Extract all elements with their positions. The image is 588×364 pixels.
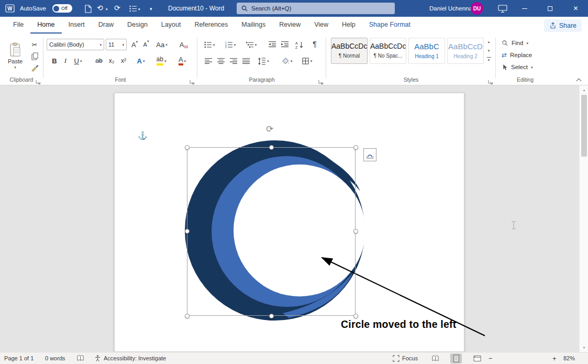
- align-right-icon[interactable]: [228, 56, 239, 66]
- change-case-button[interactable]: Aa▾: [154, 39, 169, 50]
- styles-gallery-more-icon[interactable]: ▾: [485, 56, 493, 63]
- layout-options-button[interactable]: [363, 148, 376, 161]
- avatar[interactable]: DU: [471, 2, 483, 15]
- tab-view[interactable]: View: [307, 17, 335, 34]
- page-indicator[interactable]: Page 1 of 1: [4, 352, 34, 364]
- style-no-spacing[interactable]: AaBbCcDc ¶ No Spac...: [370, 38, 406, 64]
- text-effects-button[interactable]: A▾: [134, 55, 148, 67]
- tab-home[interactable]: Home: [30, 17, 61, 34]
- tab-shape-format[interactable]: Shape Format: [362, 17, 417, 34]
- clipboard-dialog-launcher-icon[interactable]: [35, 78, 41, 83]
- font-name-combo[interactable]: Calibri (Body) ▾: [47, 39, 104, 50]
- read-mode-icon[interactable]: [429, 354, 441, 363]
- selection-handle-right[interactable]: [353, 229, 358, 234]
- word-app-icon[interactable]: W: [5, 3, 15, 14]
- style-normal[interactable]: AaBbCcDc ¶ Normal: [331, 38, 368, 64]
- tab-review[interactable]: Review: [272, 17, 307, 34]
- search-input[interactable]: Search (Alt+Q): [237, 3, 395, 14]
- bullet-list-icon[interactable]: [129, 5, 137, 12]
- redo-icon[interactable]: ⟳: [114, 4, 120, 12]
- undo-dropdown-icon[interactable]: ▾: [106, 7, 108, 11]
- selection-handle-bottom-right[interactable]: [353, 314, 358, 318]
- italic-button[interactable]: I: [61, 55, 70, 67]
- tab-draw[interactable]: Draw: [92, 17, 120, 34]
- multilevel-list-button[interactable]: ▾: [244, 39, 259, 50]
- tab-design[interactable]: Design: [120, 17, 154, 34]
- paste-button[interactable]: Paste ▾: [3, 38, 27, 73]
- select-button[interactable]: Select ▾: [502, 62, 532, 72]
- rotate-handle-icon[interactable]: ⟳: [266, 124, 273, 135]
- undo-icon[interactable]: ⟲: [97, 4, 103, 12]
- autosave-toggle[interactable]: Off: [52, 4, 72, 13]
- maximize-button[interactable]: [538, 0, 561, 17]
- strikethrough-button[interactable]: ab: [93, 55, 105, 67]
- print-layout-icon[interactable]: [450, 354, 462, 363]
- scroll-up-icon[interactable]: ▴: [580, 86, 588, 94]
- shape-selection-box[interactable]: [187, 147, 356, 316]
- paragraph-dialog-launcher-icon[interactable]: [318, 78, 324, 83]
- grow-font-button[interactable]: A▴: [129, 39, 140, 50]
- selection-handle-bottom[interactable]: [269, 314, 274, 318]
- tab-mailings[interactable]: Mailings: [235, 17, 272, 34]
- style-heading1[interactable]: AaBbC Heading 1: [408, 38, 445, 64]
- increase-indent-icon[interactable]: [280, 39, 290, 50]
- show-paragraph-marks-icon[interactable]: ¶: [310, 39, 319, 49]
- style-heading2[interactable]: AaBbCcD Heading 2: [447, 38, 484, 64]
- sort-icon[interactable]: AZ: [293, 39, 306, 50]
- proofing-icon[interactable]: [76, 352, 84, 364]
- tab-layout[interactable]: Layout: [154, 17, 188, 34]
- tab-file[interactable]: File: [6, 17, 30, 34]
- tab-references[interactable]: References: [187, 17, 235, 34]
- zoom-level[interactable]: 82%: [563, 352, 575, 364]
- scrollbar-thumb[interactable]: [581, 95, 587, 157]
- vertical-scrollbar[interactable]: ▴ ▾: [579, 85, 588, 352]
- decrease-indent-icon[interactable]: [267, 39, 278, 50]
- bullets-button[interactable]: ▾: [202, 39, 217, 50]
- line-spacing-button[interactable]: ▾: [256, 56, 271, 66]
- superscript-button[interactable]: x²: [118, 55, 129, 67]
- focus-icon[interactable]: [393, 352, 400, 364]
- clear-formatting-button[interactable]: A: [178, 39, 190, 50]
- zoom-in-button[interactable]: +: [552, 352, 557, 364]
- web-layout-icon[interactable]: [471, 354, 483, 363]
- collapse-ribbon-button[interactable]: [575, 78, 582, 84]
- anchor-icon[interactable]: ⚓: [138, 131, 148, 140]
- bold-button[interactable]: B: [50, 55, 59, 67]
- new-document-icon[interactable]: [83, 4, 92, 14]
- scroll-down-icon[interactable]: ▾: [580, 344, 588, 351]
- selection-handle-bottom-left[interactable]: [185, 314, 190, 318]
- copy-icon[interactable]: [29, 51, 40, 61]
- subscript-button[interactable]: x₂: [106, 55, 117, 67]
- align-center-icon[interactable]: [216, 56, 226, 66]
- font-color-button[interactable]: A▾: [174, 55, 190, 67]
- selection-handle-top[interactable]: [269, 145, 274, 150]
- accessibility-icon[interactable]: [94, 352, 101, 364]
- list-dropdown-icon[interactable]: ▾: [138, 7, 140, 11]
- align-left-icon[interactable]: [203, 56, 214, 66]
- selection-handle-top-right[interactable]: [353, 145, 358, 150]
- presentation-mode-icon[interactable]: [497, 4, 508, 13]
- selection-handle-top-left[interactable]: [185, 145, 190, 150]
- share-button[interactable]: Share: [544, 19, 582, 32]
- font-dialog-launcher-icon[interactable]: [189, 78, 195, 83]
- numbering-button[interactable]: 123 ▾: [223, 39, 238, 50]
- close-button[interactable]: ✕: [564, 0, 587, 17]
- justify-icon[interactable]: [241, 56, 251, 66]
- shading-button[interactable]: ▾: [279, 56, 295, 66]
- styles-dialog-launcher-icon[interactable]: [487, 78, 493, 83]
- selection-handle-left[interactable]: [185, 229, 190, 234]
- highlight-button[interactable]: ab▾: [153, 55, 170, 67]
- cut-icon[interactable]: ✂: [29, 40, 40, 49]
- annotation-text[interactable]: Circle moved to the left: [341, 318, 456, 330]
- tab-help[interactable]: Help: [335, 17, 362, 34]
- focus-label[interactable]: Focus: [402, 352, 418, 364]
- tab-insert[interactable]: Insert: [62, 17, 92, 34]
- shrink-font-button[interactable]: A▾: [141, 39, 151, 50]
- zoom-out-button[interactable]: −: [489, 352, 493, 364]
- word-count[interactable]: 0 words: [45, 352, 65, 364]
- borders-button[interactable]: ▾: [298, 56, 315, 66]
- find-button[interactable]: Find ▾: [502, 38, 528, 48]
- replace-button[interactable]: ⇄ Replace: [502, 50, 532, 60]
- customize-qat-icon[interactable]: ▾: [150, 7, 152, 12]
- styles-gallery-down-icon[interactable]: ▾: [485, 47, 493, 54]
